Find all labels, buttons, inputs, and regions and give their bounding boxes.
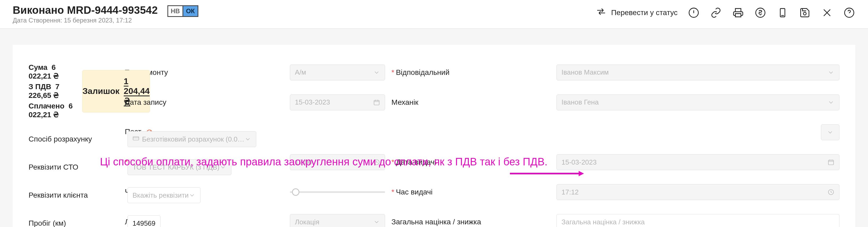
form-panel: Тип ремонту А/м *Відповідальний Іванов М… [13,45,855,227]
card-icon [132,135,142,144]
header-bar: Виконано MRD-9444-993542 Дата Створення:… [0,0,868,29]
issue-time-label: *Час видачі [392,188,550,196]
issue-time-value: 17:12 [561,188,828,196]
markup-label: Загальна націнка / знижка [392,217,550,227]
payment-method-value: Безготівковий розрахунок (0.0… [142,135,244,143]
totals-block: Сума 6 022,21 ₴ З ПДВ 7 226,65 ₴ Сплачен… [29,63,73,119]
responsible-label: *Відповідальний [392,68,550,77]
title-block: Виконано MRD-9444-993542 Дата Створення:… [13,4,158,24]
client-requisites-select[interactable]: Вкажіть реквізити [127,187,200,203]
chevron-down-icon [189,192,195,199]
page-subtitle: Дата Створення: 15 березня 2023, 17:12 [13,17,158,24]
small-select[interactable] [821,124,839,140]
chevron-down-icon [827,129,834,136]
repair-type-placeholder: А/м [295,68,373,77]
sto-requisites-value: ТОВ ТЕСТ КАРБУК (з ПДВ) [132,163,219,171]
panel-wrap: Тип ремонту А/м *Відповідальний Іванов М… [0,29,868,227]
chevron-down-icon [828,99,834,106]
issue-date-input[interactable]: 15-03-2023 [556,154,839,170]
chevron-down-icon [244,136,251,143]
payment-icon[interactable] [754,7,767,19]
duration-slider[interactable] [290,191,385,193]
mechanic-select[interactable]: Іванов Гена [556,94,839,110]
mechanic-placeholder: Іванов Гена [561,98,828,106]
right-column: Сума 6 022,21 ₴ З ПДВ 7 226,65 ₴ Сплачен… [29,63,119,227]
sto-requisites-select[interactable]: ТОВ ТЕСТ КАРБУК (з ПДВ) [127,159,231,175]
save-icon[interactable] [799,7,811,19]
payment-method-select[interactable]: Безготівковий розрахунок (0.0… [127,131,256,147]
page-title: Виконано MRD-9444-993542 [13,4,158,16]
status-badges: НВ ОК [167,5,198,17]
slider-track [290,191,385,193]
payment-method-label: Спосіб розрахунку [29,135,121,143]
svg-rect-5 [133,137,139,140]
signed-time-input[interactable]: 17:00 [290,154,385,170]
total-sum: Сума 6 022,21 ₴ [29,63,73,80]
svg-point-1 [756,8,765,17]
calendar-icon [828,159,834,166]
record-date-value: 15-03-2023 [295,98,373,106]
responsible-select[interactable]: Іванов Максим [556,64,839,80]
mileage-label: Пробіг (км) [29,219,121,227]
badge-nv[interactable]: НВ [167,5,183,17]
change-status-button[interactable]: Перевести у статус [596,6,678,19]
chevron-down-icon [828,69,834,76]
header-left: Виконано MRD-9444-993542 Дата Створення:… [13,4,198,24]
clock-icon [373,159,380,166]
summary-row: Сума 6 022,21 ₴ З ПДВ 7 226,65 ₴ Сплачен… [29,63,119,119]
client-requisites-row: Реквізити клієнта Вкажіть реквізити [29,187,119,203]
badge-ok[interactable]: ОК [183,5,198,17]
client-requisites-label: Реквізити клієнта [29,191,121,199]
mileage-input[interactable]: 149569 [127,215,160,227]
svg-rect-8 [828,160,834,165]
svg-point-3 [803,12,806,15]
calendar-icon [373,99,380,106]
slider-thumb[interactable] [292,188,299,196]
close-icon[interactable] [821,7,833,19]
total-paid: Сплачено 6 022,21 ₴ [29,102,73,119]
issue-date-value: 15-03-2023 [561,158,828,166]
signed-time-value: 17:00 [295,158,373,166]
header-actions: Перевести у статус [596,4,855,19]
chevron-down-icon [373,69,380,76]
chevron-down-icon [373,219,380,225]
payment-method-row: Спосіб розрахунку Безготівковий розрахун… [29,131,119,147]
repair-type-select[interactable]: А/м [290,64,385,80]
markup-input[interactable]: Загальна націнка / знижка [556,214,839,227]
device-icon[interactable] [776,7,789,19]
location-placeholder: Локація [295,218,373,226]
svg-rect-6 [374,100,379,105]
clock-icon [828,189,834,196]
sto-requisites-label: Реквізити СТО [29,163,121,171]
issue-time-input[interactable]: 17:12 [556,184,839,200]
issue-date-label: *Дата видачі [392,158,550,166]
responsible-placeholder: Іванов Максим [561,68,828,77]
record-date-label: Дата запису [125,98,283,107]
location-select[interactable]: Локація [290,214,385,227]
mileage-row: Пробіг (км) 149569 [29,215,119,227]
mileage-value: 149569 [132,219,156,227]
chevron-down-icon [219,164,226,171]
mechanic-label: Механік [392,98,550,107]
alert-icon[interactable] [688,7,700,19]
sto-requisites-row: Реквізити СТО ТОВ ТЕСТ КАРБУК (з ПДВ) [29,159,119,175]
change-status-label: Перевести у статус [611,8,678,17]
total-vat: З ПДВ 7 226,65 ₴ [29,83,73,100]
svg-marker-11 [579,171,584,176]
client-requisites-placeholder: Вкажіть реквізити [132,191,189,199]
markup-placeholder: Загальна націнка / знижка [561,218,834,226]
link-icon[interactable] [710,7,722,19]
record-date-input[interactable]: 15-03-2023 [290,94,385,110]
transfer-icon [596,6,607,19]
annotation-arrow [510,170,584,175]
help-icon[interactable] [843,7,855,19]
balance-label: Залишок [83,86,120,96]
print-icon[interactable] [732,7,744,19]
